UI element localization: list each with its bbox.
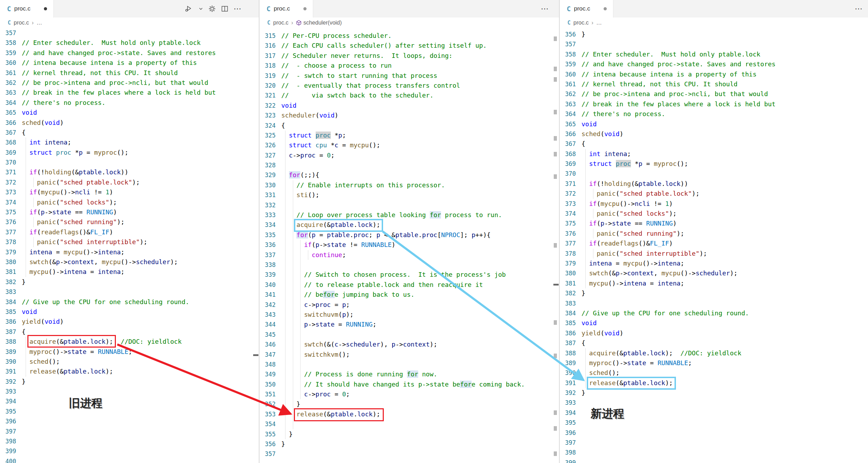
code-line[interactable]: 325 struct proc *p; [259, 130, 559, 140]
code-line[interactable]: 361// kernel thread, not this CPU. It sh… [0, 68, 259, 78]
code-line[interactable]: 362// be proc->intena and proc->ncli, bu… [0, 78, 259, 88]
more-actions-icon[interactable]: ⋯ [234, 4, 241, 13]
split-editor-icon[interactable] [221, 6, 228, 12]
code-line[interactable]: 321// via swtch back to the scheduler. [259, 90, 559, 100]
code-line[interactable]: 372 panic("sched ptable.lock"); [0, 177, 259, 187]
breadcrumb-symbol[interactable]: scheduler(void) [296, 20, 342, 26]
code-line[interactable]: 358// Enter scheduler. Must hold only pt… [0, 38, 259, 48]
code-line[interactable]: 389 myproc()->state = RUNNABLE; [560, 358, 868, 368]
code-line[interactable]: 331 sti(); [259, 190, 559, 200]
code-line[interactable]: 340 // to release ptable.lock and then r… [259, 280, 559, 290]
code-line[interactable]: 394 [0, 396, 259, 406]
code-line[interactable]: 388 acquire(&ptable.lock); //DOC: yieldl… [0, 337, 259, 347]
code-line[interactable]: 396 [0, 416, 259, 426]
code-line[interactable]: 346 swtch(&(c->scheduler), p->context); [259, 340, 559, 349]
code-line[interactable]: 349 // Process is done running for now. [259, 369, 559, 379]
code-line[interactable]: 345 [259, 330, 559, 340]
code-line[interactable]: 360// intena because intena is a propert… [560, 69, 868, 79]
code-line[interactable]: 332 [259, 200, 559, 210]
code-line[interactable]: 391 release(&ptable.lock); [560, 378, 868, 388]
code-line[interactable]: 338 [259, 260, 559, 270]
dirty-dot[interactable] [44, 7, 47, 11]
code-line[interactable]: 369 struct proc *p = myproc(); [0, 148, 259, 157]
code-line[interactable]: 323scheduler(void) [259, 110, 559, 120]
code-line[interactable]: 383 [560, 298, 868, 308]
code-line[interactable]: 375 if(p->state == RUNNING) [560, 219, 868, 228]
code-line[interactable]: 318// - choose a process to run [259, 61, 559, 71]
code-line[interactable]: 359// and have changed proc->state. Save… [560, 59, 868, 69]
run-debug-icon[interactable] [184, 5, 193, 12]
code-line[interactable]: 387{ [0, 327, 259, 337]
code-line[interactable]: 366sched(void) [0, 118, 259, 128]
code-line[interactable]: 400 [0, 456, 259, 463]
code-line[interactable]: 347 switchkvm(); [259, 350, 559, 360]
code-line[interactable]: 336 if(p->state != RUNNABLE) [259, 240, 559, 250]
code-line[interactable]: 368 int intena; [0, 137, 259, 147]
code-line[interactable]: 373 if(mycpu()->ncli != 1) [0, 187, 259, 197]
code-line[interactable]: 377 if(readeflags()&FL_IF) [560, 239, 868, 248]
code-line[interactable]: 354 [259, 419, 559, 429]
code-line[interactable]: 327 c->proc = 0; [259, 150, 559, 160]
code-line[interactable]: 392} [0, 377, 259, 387]
code-line[interactable]: 394 [560, 408, 868, 418]
code-line[interactable]: 356} [560, 29, 868, 39]
code-line[interactable]: 368 int intena; [560, 149, 868, 159]
code-line[interactable]: 319// - swtch to start running that proc… [259, 71, 559, 81]
breadcrumb-file[interactable]: proc.c [573, 20, 589, 26]
code-line[interactable]: 380 swtch(&p->context, mycpu()->schedule… [560, 268, 868, 278]
code-line[interactable]: 317// Scheduler never returns. It loops,… [259, 51, 559, 61]
code-line[interactable]: 359// and have changed proc->state. Save… [0, 48, 259, 58]
code-line[interactable]: 380 swtch(&p->context, mycpu()->schedule… [0, 257, 259, 267]
code-line[interactable]: 363// break in the few places where a lo… [560, 99, 868, 109]
code-line[interactable]: 353 release(&ptable.lock); [259, 409, 559, 419]
code-line[interactable]: 384// Give up the CPU for one scheduling… [560, 308, 868, 318]
code-line[interactable]: 358// Enter scheduler. Must hold only pt… [560, 49, 868, 59]
code-line[interactable]: 366sched(void) [560, 129, 868, 139]
code-line[interactable]: 393 [560, 398, 868, 408]
code-line[interactable]: 391 release(&ptable.lock); [0, 367, 259, 376]
code-line[interactable]: 399 [560, 458, 868, 463]
code-line[interactable]: 326 struct cpu *c = mycpu(); [259, 140, 559, 150]
code-line[interactable]: 371 if(!holding(&ptable.lock)) [560, 179, 868, 189]
code-line[interactable]: 382} [0, 277, 259, 287]
code-line[interactable]: 377 if(readeflags()&FL_IF) [0, 227, 259, 237]
code-line[interactable]: 397 [560, 438, 868, 448]
code-line[interactable]: 362// be proc->intena and proc->ncli, bu… [560, 89, 868, 99]
code-line[interactable]: 381 mycpu()->intena = intena; [560, 279, 868, 288]
code-line[interactable]: 379 intena = mycpu()->intena; [0, 247, 259, 257]
breadcrumb-file[interactable]: proc.c [14, 20, 29, 26]
code-line[interactable]: 355 } [259, 429, 559, 439]
code-line[interactable]: 379 intena = mycpu()->intena; [560, 259, 868, 268]
more-actions-icon[interactable]: ⋯ [855, 4, 862, 13]
code-line[interactable]: 374 panic("sched locks"); [560, 209, 868, 219]
code-line[interactable]: 364// there's no process. [0, 98, 259, 108]
code-line[interactable]: 342 c->proc = p; [259, 300, 559, 310]
code-line[interactable]: 397 [0, 427, 259, 436]
code-editor[interactable]: 357358// Enter scheduler. Must hold only… [0, 28, 259, 463]
chevron-down-icon[interactable] [199, 7, 203, 11]
dirty-dot[interactable] [303, 7, 307, 11]
code-line[interactable]: 334 acquire(&ptable.lock); [259, 220, 559, 230]
code-line[interactable]: 396 [560, 428, 868, 438]
code-line[interactable]: 381 mycpu()->intena = intena; [0, 267, 259, 277]
code-line[interactable]: 343 switchuvm(p); [259, 310, 559, 320]
code-line[interactable]: 365void [560, 119, 868, 129]
code-editor[interactable]: 315// Per-CPU process scheduler.316// Ea… [259, 28, 559, 463]
code-line[interactable]: 320// - eventually that process transfer… [259, 81, 559, 90]
code-line[interactable]: 369 struct proc *p = myproc(); [560, 159, 868, 169]
code-line[interactable]: 357 [259, 449, 559, 459]
code-line[interactable]: 322void [259, 101, 559, 110]
code-line[interactable]: 386yield(void) [0, 317, 259, 327]
code-line[interactable]: 370 [560, 169, 868, 179]
code-line[interactable]: 357 [0, 28, 259, 38]
code-line[interactable]: 330 // Enable interrupts on this process… [259, 180, 559, 190]
code-line[interactable]: 350 // It should have changed its p->sta… [259, 380, 559, 389]
gear-icon[interactable] [208, 5, 216, 13]
code-line[interactable]: 373 if(mycpu()->ncli != 1) [560, 199, 868, 209]
code-line[interactable]: 385void [560, 318, 868, 328]
code-line[interactable]: 382} [560, 288, 868, 298]
more-actions-icon[interactable]: ⋯ [541, 4, 548, 13]
tab-proc-c[interactable]: C proc.c [560, 0, 613, 18]
code-line[interactable]: 383 [0, 287, 259, 297]
tab-proc-c[interactable]: C proc.c [259, 0, 313, 18]
